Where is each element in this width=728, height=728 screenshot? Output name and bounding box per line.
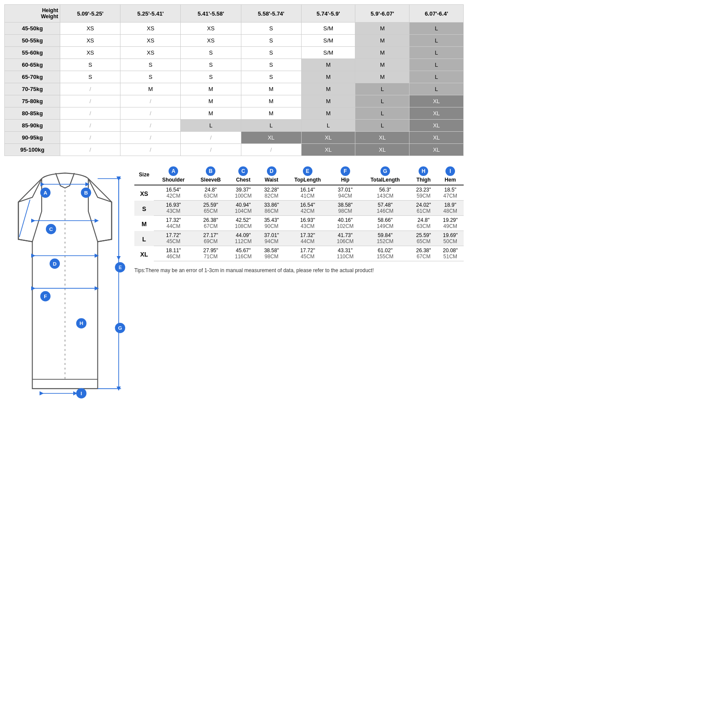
measurement-inches-cell: 17.32" <box>154 216 193 224</box>
bottom-section: A B C D E <box>4 165 464 409</box>
col-header-0: 5.09'-5.25' <box>60 5 120 23</box>
size-cell: XL <box>410 107 464 120</box>
circle-a: A <box>169 166 178 176</box>
measurement-inches-cell: 23.23" <box>410 185 437 193</box>
size-cell: S <box>181 59 241 71</box>
size-cell: XL <box>410 95 464 107</box>
size-cell: XL <box>355 144 410 156</box>
measurement-cm-cell: 47CM <box>437 193 464 201</box>
size-cell: M <box>355 47 410 59</box>
size-cell: M <box>241 95 301 107</box>
height-label: Height <box>42 7 58 13</box>
measurement-inches-cell: 17.72" <box>285 246 330 254</box>
measurement-cm-cell: 155CM <box>360 254 410 261</box>
measurement-inches-cell: 18.11" <box>154 246 193 254</box>
measurement-inches-cell: 18.9" <box>437 201 464 208</box>
col-f-header: F Hip <box>330 165 360 185</box>
size-cell: / <box>60 132 120 144</box>
size-cell: XS <box>181 23 241 35</box>
measurement-inches-cell: 38.58" <box>258 246 285 254</box>
measurement-inches-cell: 25.59" <box>193 201 228 208</box>
measurement-row-cm: 46CM71CM116CM98CM45CM110CM155CM67CM51CM <box>134 254 464 261</box>
circle-c: C <box>238 166 248 176</box>
measurement-row-cm: 45CM69CM112CM94CM44CM106CM152CM65CM50CM <box>134 238 464 246</box>
size-cell: M <box>355 23 410 35</box>
size-cell: / <box>120 107 181 120</box>
col-header-3: 5.58'-5.74' <box>241 5 301 23</box>
measurement-row-cm: 44CM67CM108CM90CM43CM102CM149CM63CM49CM <box>134 223 464 231</box>
measurement-inches-cell: 38.58" <box>330 201 360 208</box>
measurement-inches-cell: 32.28" <box>258 185 285 193</box>
measurement-cm-cell: 71CM <box>193 254 228 261</box>
col-header-4: 5.74'-5.9' <box>301 5 355 23</box>
measurement-inches-cell: 17.72" <box>154 231 193 239</box>
measurement-row-inches: M17.32"26.38"42.52"35.43"16.93"40.16"58.… <box>134 216 464 224</box>
measurement-cm-cell: 108CM <box>228 223 258 231</box>
size-cell: L <box>410 83 464 95</box>
svg-text:D: D <box>53 261 57 267</box>
svg-text:I: I <box>81 390 82 396</box>
size-cell: XS <box>60 47 120 59</box>
size-cell: M <box>241 83 301 95</box>
size-cell: / <box>60 107 120 120</box>
size-cell: M <box>301 107 355 120</box>
size-cell: XL <box>301 132 355 144</box>
size-cell: S <box>181 47 241 59</box>
svg-text:A: A <box>43 190 47 196</box>
size-cell: S <box>241 59 301 71</box>
measurement-inches-cell: 17.32" <box>285 231 330 239</box>
size-cell: XL <box>301 144 355 156</box>
measurement-cm-cell: 98CM <box>330 208 360 216</box>
size-cell: M <box>181 95 241 107</box>
measurement-inches-cell: 25.59" <box>410 231 437 239</box>
measurement-cm-cell: 51CM <box>437 254 464 261</box>
size-cell: M <box>120 83 181 95</box>
measurement-inches-cell: 16.14" <box>285 185 330 193</box>
measurement-row-inches: L17.72"27.17"44.09"37.01"17.32"41.73"59.… <box>134 231 464 239</box>
measurement-inches-cell: 39.37" <box>228 185 258 193</box>
size-cell: S <box>120 59 181 71</box>
svg-line-5 <box>19 200 30 237</box>
measurement-cm-cell: 94CM <box>258 238 285 246</box>
size-cell: XL <box>241 132 301 144</box>
tips-text: Tips:There may be an error of 1-3cm in m… <box>134 267 464 273</box>
measurement-cm-cell: 116CM <box>228 254 258 261</box>
measurement-inches-cell: 26.38" <box>193 216 228 224</box>
col-g-label: TotalLength <box>370 177 400 183</box>
measurement-cm-cell: 98CM <box>258 254 285 261</box>
measurement-row-cm: 42CM63CM100CM82CM41CM94CM143CM59CM47CM <box>134 193 464 201</box>
col-e-label: TopLength <box>294 177 321 183</box>
measurement-inches-cell: 19.29" <box>437 216 464 224</box>
measurement-cm-cell: 61CM <box>410 208 437 216</box>
col-a-header: A Shoulder <box>154 165 193 185</box>
size-cell: L <box>241 120 301 132</box>
col-header-6: 6.07'-6.4' <box>410 5 464 23</box>
size-cell: XS <box>181 35 241 47</box>
measurement-inches-cell: 24.8" <box>193 185 228 193</box>
size-cell: M <box>355 35 410 47</box>
size-cell: S <box>120 71 181 83</box>
measurement-inches-cell: 35.43" <box>258 216 285 224</box>
measurement-row-inches: XS16.54"24.8"39.37"32.28"16.14"37.01"56.… <box>134 185 464 193</box>
col-c-label: Chest <box>236 177 250 183</box>
size-cell: M <box>355 71 410 83</box>
measurement-inches-cell: 24.02" <box>410 201 437 208</box>
measurement-inches-cell: 44.09" <box>228 231 258 239</box>
size-cell: XS <box>60 23 120 35</box>
col-i-header: I Hem <box>437 165 464 185</box>
measurement-row-cm: 43CM65CM104CM86CM42CM98CM146CM61CM48CM <box>134 208 464 216</box>
size-cell: XL <box>410 120 464 132</box>
size-cell: / <box>181 132 241 144</box>
measurement-cm-cell: 67CM <box>193 223 228 231</box>
size-cell: / <box>120 132 181 144</box>
measurement-cm-cell: 59CM <box>410 193 437 201</box>
measurement-cm-cell: 48CM <box>437 208 464 216</box>
svg-text:G: G <box>118 325 122 331</box>
measurement-cm-cell: 100CM <box>228 193 258 201</box>
measurement-cm-cell: 149CM <box>360 223 410 231</box>
measurement-cm-cell: 45CM <box>154 238 193 246</box>
size-cell: / <box>60 144 120 156</box>
size-cell: M <box>301 71 355 83</box>
size-cell: XS <box>60 35 120 47</box>
size-cell: M <box>181 107 241 120</box>
